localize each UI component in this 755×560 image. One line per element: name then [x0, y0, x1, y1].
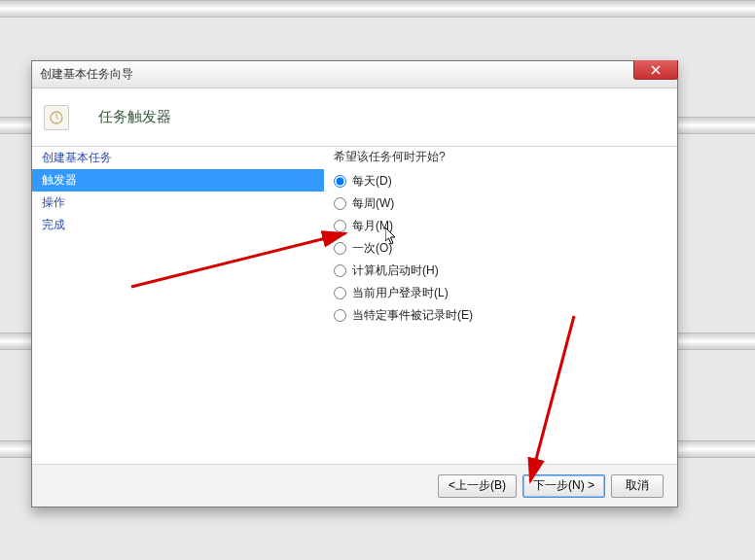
radio-user-logon[interactable]	[334, 287, 346, 299]
option-label: 计算机启动时(H)	[352, 262, 439, 279]
option-label: 每月(M)	[352, 218, 393, 234]
option-label: 一次(O)	[352, 240, 392, 257]
radio-daily[interactable]	[334, 175, 346, 188]
option-once[interactable]: 一次(O)	[334, 240, 677, 257]
step-finish[interactable]: 完成	[32, 214, 324, 236]
back-button[interactable]: <上一步(B)	[438, 474, 517, 498]
option-label: 当特定事件被记录时(E)	[352, 307, 473, 324]
page-title: 任务触发器	[98, 108, 171, 126]
cancel-button[interactable]: 取消	[611, 474, 664, 498]
option-user-logon[interactable]: 当前用户登录时(L)	[334, 285, 677, 301]
question-label: 希望该任务何时开始?	[334, 149, 677, 165]
trigger-options-panel: 希望该任务何时开始? 每天(D) 每周(W) 每月(M) 一次(O) 计算机启动…	[324, 147, 677, 464]
option-weekly[interactable]: 每周(W)	[334, 195, 677, 212]
option-label: 每天(D)	[352, 173, 392, 190]
option-specific-event[interactable]: 当特定事件被记录时(E)	[334, 307, 677, 324]
wizard-dialog: 创建基本任务向导 任务触发器 创建基本任务 触发器 操作 完成 希望该任务何时开…	[31, 60, 678, 508]
radio-once[interactable]	[334, 242, 346, 255]
window-title: 创建基本任务向导	[40, 66, 133, 83]
option-label: 当前用户登录时(L)	[352, 285, 449, 301]
step-trigger[interactable]: 触发器	[32, 169, 324, 192]
close-button[interactable]	[633, 60, 678, 80]
step-create-basic-task[interactable]: 创建基本任务	[32, 147, 324, 169]
radio-weekly[interactable]	[334, 197, 346, 210]
wizard-steps: 创建基本任务 触发器 操作 完成	[32, 147, 324, 464]
wizard-header: 任务触发器	[32, 88, 677, 147]
next-button[interactable]: 下一步(N) >	[522, 474, 605, 498]
radio-specific-event[interactable]	[334, 309, 346, 322]
wizard-footer: <上一步(B) 下一步(N) > 取消	[32, 464, 677, 507]
option-daily[interactable]: 每天(D)	[334, 173, 677, 190]
radio-monthly[interactable]	[334, 220, 346, 232]
option-label: 每周(W)	[352, 195, 394, 212]
option-monthly[interactable]: 每月(M)	[334, 218, 677, 234]
step-action[interactable]: 操作	[32, 192, 324, 214]
radio-computer-start[interactable]	[334, 264, 346, 277]
option-computer-start[interactable]: 计算机启动时(H)	[334, 262, 677, 279]
task-icon	[44, 105, 69, 130]
titlebar: 创建基本任务向导	[32, 61, 677, 88]
